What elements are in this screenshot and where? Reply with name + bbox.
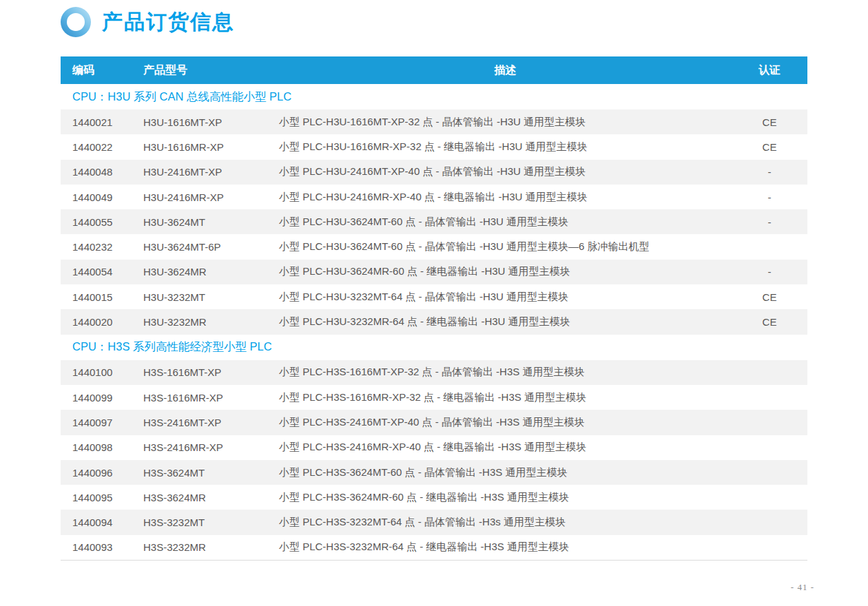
cell-code: 1440099 (61, 392, 143, 404)
cell-code: 1440098 (61, 441, 143, 453)
cell-model: H3U-3232MR (143, 316, 279, 328)
cell-desc: 小型 PLC-H3U-2416MR-XP-40 点 - 继电器输出 -H3U 通… (279, 191, 732, 204)
cell-desc: 小型 PLC-H3U-3624MT-60 点 - 晶体管输出 -H3U 通用型主… (279, 240, 732, 253)
cell-cert: - (732, 216, 807, 228)
cell-code: 1440094 (61, 516, 143, 528)
cell-cert: CE (732, 316, 807, 328)
cell-desc: 小型 PLC-H3S-2416MR-XP-40 点 - 继电器输出 -H3S 通… (279, 441, 732, 454)
cell-desc: 小型 PLC-H3S-3232MT-64 点 - 晶体管输出 -H3s 通用型主… (279, 516, 732, 529)
table-row: 1440097H3S-2416MT-XP小型 PLC-H3S-2416MT-XP… (61, 410, 807, 435)
cell-code: 1440093 (61, 541, 143, 553)
table-row: 1440095H3S-3624MR小型 PLC-H3S-3624MR-60 点 … (61, 485, 807, 510)
cell-desc: 小型 PLC-H3S-3624MR-60 点 - 继电器输出 -H3S 通用型主… (279, 491, 732, 504)
cell-code: 1440049 (61, 191, 143, 203)
section-header: CPU：H3S 系列高性能经济型小型 PLC (61, 335, 807, 360)
cell-model: H3S-3624MR (143, 492, 279, 503)
cell-code: 1440055 (61, 216, 143, 228)
cell-model: H3U-3624MR (143, 266, 279, 278)
cell-code: 1440015 (61, 291, 143, 303)
table-row: 1440099H3S-1616MR-XP小型 PLC-H3S-1616MR-XP… (61, 385, 807, 410)
column-header-model: 产品型号 (143, 63, 279, 78)
cell-code: 1440020 (61, 316, 143, 328)
cell-code: 1440048 (61, 166, 143, 178)
cell-desc: 小型 PLC-H3S-2416MT-XP-40 点 - 晶体管输出 -H3S 通… (279, 416, 732, 429)
cell-code: 1440095 (61, 492, 143, 503)
column-header-description: 描述 (279, 63, 732, 78)
cell-code: 1440232 (61, 241, 143, 253)
cell-cert: CE (732, 141, 807, 153)
cell-model: H3U-3624MT-6P (143, 241, 279, 253)
cell-model: H3U-3232MT (143, 291, 279, 303)
cell-model: H3S-3232MR (143, 541, 279, 553)
table-row: 1440020H3U-3232MR小型 PLC-H3U-3232MR-64 点 … (61, 309, 807, 334)
table-row: 1440096H3S-3624MT小型 PLC-H3S-3624MT-60 点 … (61, 460, 807, 485)
cell-desc: 小型 PLC-H3U-1616MT-XP-32 点 - 晶体管输出 -H3U 通… (279, 116, 732, 129)
cell-model: H3S-2416MT-XP (143, 417, 279, 428)
table-row: 1440232H3U-3624MT-6P小型 PLC-H3U-3624MT-60… (61, 234, 807, 259)
column-header-certification: 认证 (732, 63, 807, 78)
cell-cert: - (732, 166, 807, 178)
page-header: 产品订货信息 (61, 7, 234, 37)
cell-model: H3S-3232MT (143, 516, 279, 528)
cell-code: 1440021 (61, 116, 143, 128)
cell-desc: 小型 PLC-H3U-3232MR-64 点 - 继电器输出 -H3U 通用型主… (279, 315, 732, 328)
table-header-row: 编码 产品型号 描述 认证 (61, 56, 807, 84)
table-row: 1440022H3U-1616MR-XP小型 PLC-H3U-1616MR-XP… (61, 134, 807, 159)
cell-code: 1440096 (61, 467, 143, 479)
cell-cert: CE (732, 116, 807, 128)
cell-model: H3S-1616MT-XP (143, 366, 279, 378)
table-row: 1440054H3U-3624MR小型 PLC-H3U-3624MR-60 点 … (61, 260, 807, 284)
table-row: 1440100H3S-1616MT-XP小型 PLC-H3S-1616MT-XP… (61, 360, 807, 385)
cell-model: H3U-3624MT (143, 216, 279, 228)
ring-icon (61, 7, 91, 37)
cell-desc: 小型 PLC-H3S-3624MT-60 点 - 晶体管输出 -H3S 通用型主… (279, 466, 732, 479)
cell-cert: - (732, 191, 807, 203)
table-row: 1440055H3U-3624MT小型 PLC-H3U-3624MT-60 点 … (61, 209, 807, 234)
cell-model: H3S-1616MR-XP (143, 392, 279, 404)
cell-desc: 小型 PLC-H3U-2416MT-XP-40 点 - 晶体管输出 -H3U 通… (279, 165, 732, 178)
cell-desc: 小型 PLC-H3S-1616MR-XP-32 点 - 继电器输出 -H3S 通… (279, 391, 732, 404)
cell-desc: 小型 PLC-H3S-1616MT-XP-32 点 - 晶体管输出 -H3S 通… (279, 366, 732, 379)
page-number: - 41 - (791, 582, 814, 593)
cell-desc: 小型 PLC-H3U-3624MT-60 点 - 晶体管输出 -H3U 通用型主… (279, 216, 732, 229)
cell-code: 1440054 (61, 266, 143, 278)
table-row: 1440021H3U-1616MT-XP小型 PLC-H3U-1616MT-XP… (61, 109, 807, 134)
catalog-page: 产品订货信息 编码 产品型号 描述 认证 CPU：H3U 系列 CAN 总线高性… (0, 0, 868, 606)
cell-desc: 小型 PLC-H3S-3232MR-64 点 - 继电器输出 -H3S 通用型主… (279, 541, 732, 554)
cell-code: 1440097 (61, 417, 143, 428)
section-header: CPU：H3U 系列 CAN 总线高性能小型 PLC (61, 84, 807, 109)
cell-model: H3U-1616MR-XP (143, 141, 279, 153)
cell-model: H3U-2416MT-XP (143, 166, 279, 178)
table-row: 1440048H3U-2416MT-XP小型 PLC-H3U-2416MT-XP… (61, 160, 807, 185)
cell-desc: 小型 PLC-H3U-1616MR-XP-32 点 - 继电器输出 -H3U 通… (279, 140, 732, 154)
table-row: 1440094H3S-3232MT小型 PLC-H3S-3232MT-64 点 … (61, 510, 807, 534)
column-header-code: 编码 (61, 63, 143, 78)
cell-model: H3S-2416MR-XP (143, 441, 279, 453)
table-row: 1440093H3S-3232MR小型 PLC-H3S-3232MR-64 点 … (61, 535, 807, 560)
cell-model: H3U-1616MT-XP (143, 116, 279, 128)
product-order-table: 编码 产品型号 描述 认证 CPU：H3U 系列 CAN 总线高性能小型 PLC… (61, 56, 807, 561)
cell-desc: 小型 PLC-H3U-3624MR-60 点 - 继电器输出 -H3U 通用型主… (279, 265, 732, 278)
table-row: 1440098H3S-2416MR-XP小型 PLC-H3S-2416MR-XP… (61, 435, 807, 460)
cell-cert: - (732, 266, 807, 278)
cell-model: H3U-2416MR-XP (143, 191, 279, 203)
table-row: 1440049H3U-2416MR-XP小型 PLC-H3U-2416MR-XP… (61, 185, 807, 209)
page-title: 产品订货信息 (102, 8, 234, 36)
cell-desc: 小型 PLC-H3U-3232MT-64 点 - 晶体管输出 -H3U 通用型主… (279, 291, 732, 304)
table-row: 1440015H3U-3232MT小型 PLC-H3U-3232MT-64 点 … (61, 284, 807, 309)
cell-model: H3S-3624MT (143, 467, 279, 479)
cell-code: 1440022 (61, 141, 143, 153)
table-body: CPU：H3U 系列 CAN 总线高性能小型 PLC1440021H3U-161… (61, 84, 807, 561)
cell-cert: CE (732, 291, 807, 303)
cell-code: 1440100 (61, 366, 143, 378)
